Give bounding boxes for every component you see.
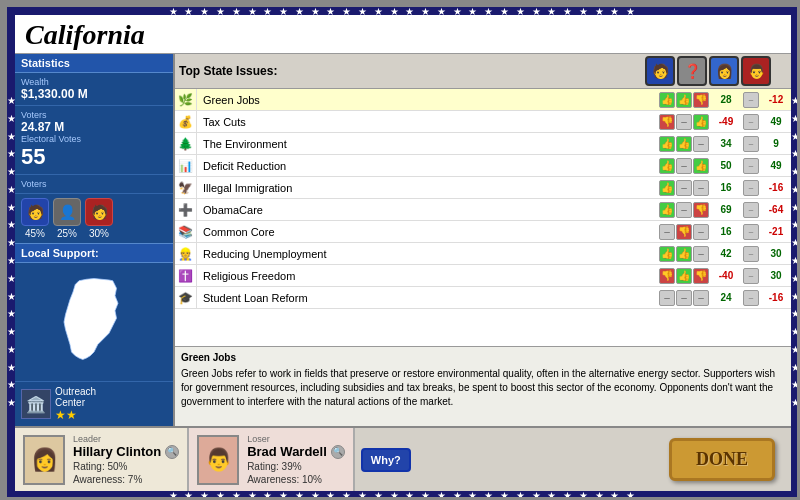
done-button[interactable]: DONE — [669, 438, 775, 481]
leader-search-btn[interactable]: 🔍 — [165, 445, 179, 459]
issue-score2: 49 — [761, 116, 791, 127]
thumb-small: – — [743, 158, 759, 174]
issue-row[interactable]: ➕ ObamaCare 👍 – 👎 69 – -64 — [175, 199, 791, 221]
issue-icon: ➕ — [175, 199, 197, 221]
issue-name: Deficit Reduction — [197, 160, 657, 172]
loser-info: Loser Brad Wardell 🔍 Rating: 39% Awarene… — [247, 434, 345, 485]
issue-name: ObamaCare — [197, 204, 657, 216]
thumb-small: – — [743, 290, 759, 306]
leader-awareness: Awareness: 7% — [73, 474, 179, 485]
issue-row[interactable]: 📚 Common Core – 👎 – 16 – -21 — [175, 221, 791, 243]
issue-row[interactable]: 🌲 The Environment 👍 👍 – 34 – 9 — [175, 133, 791, 155]
thumb-neutral-icon: – — [693, 246, 709, 262]
issue-icon: 🌿 — [175, 89, 197, 111]
voters-label-2: Voters — [15, 175, 173, 194]
leader-stats: Rating: 50% — [73, 461, 179, 472]
thumb-up-icon[interactable]: 👍 — [659, 180, 675, 196]
issue-score1: -40 — [711, 270, 741, 281]
voters-block: Voters 24.87 M Electoral Votes 55 — [15, 106, 173, 175]
wealth-block: Wealth $1,330.00 M — [15, 73, 173, 106]
thumb-up-icon[interactable]: 👍 — [659, 246, 675, 262]
thumb-neutral-icon: – — [659, 224, 675, 240]
thumb-up-icon[interactable]: 👍 — [676, 246, 692, 262]
loser-role-label: Loser — [247, 434, 345, 444]
voter-pct-gray: 25% — [57, 228, 77, 239]
thumb-up-icon[interactable]: 👍 — [659, 158, 675, 174]
leader-name: Hillary Clinton — [73, 444, 161, 459]
bottom-bar: 👩 Leader Hillary Clinton 🔍 Rating: 50% A… — [15, 426, 791, 491]
page-title: California — [25, 19, 781, 51]
thumb-up-icon[interactable]: 👍 — [676, 268, 692, 284]
thumb-up-icon[interactable]: 👍 — [659, 202, 675, 218]
issue-actions-c2: – — [741, 92, 761, 108]
issue-row[interactable]: 📊 Deficit Reduction 👍 – 👍 50 – 49 — [175, 155, 791, 177]
issue-name: Green Jobs — [197, 94, 657, 106]
issue-score2: 30 — [761, 270, 791, 281]
why-button[interactable]: Why? — [361, 448, 411, 472]
local-support-header: Local Support: — [15, 243, 173, 263]
thumb-up-icon[interactable]: 👍 — [676, 92, 692, 108]
thumb-down-icon[interactable]: 👎 — [659, 114, 675, 130]
voter-gray-block: 👤 25% — [53, 198, 81, 239]
thumb-down-icon[interactable]: 👎 — [693, 202, 709, 218]
voter-pct-blue: 45% — [25, 228, 45, 239]
cand-icon-brad: 👨 — [741, 56, 771, 86]
issue-name: Tax Cuts — [197, 116, 657, 128]
issue-row[interactable]: 👷 Reducing Unemployment 👍 👍 – 42 – 30 — [175, 243, 791, 265]
thumb-down-icon[interactable]: 👎 — [676, 224, 692, 240]
voter-icon-blue: 🧑 — [21, 198, 49, 226]
issue-actions-c1: 👎 👍 👎 — [657, 268, 711, 284]
body-area: Statistics Wealth $1,330.00 M Voters 24.… — [15, 54, 791, 426]
thumb-up-icon[interactable]: 👍 — [693, 114, 709, 130]
thumb-down-icon[interactable]: 👎 — [693, 92, 709, 108]
thumb-up-icon[interactable]: 👍 — [676, 136, 692, 152]
issue-icon: 🎓 — [175, 287, 197, 309]
cand-icon-hillary: 👩 — [709, 56, 739, 86]
issue-score1: 42 — [711, 248, 741, 259]
thumb-neutral-icon: – — [676, 202, 692, 218]
voters-label: Voters — [21, 110, 167, 120]
thumb-up-icon[interactable]: 👍 — [693, 158, 709, 174]
thumb-neutral-icon: – — [693, 136, 709, 152]
thumb-up-icon[interactable]: 👍 — [659, 92, 675, 108]
outreach-stars: ★★ — [55, 408, 96, 422]
issue-actions-c2: – — [741, 202, 761, 218]
thumb-small: – — [743, 224, 759, 240]
leader-role-label: Leader — [73, 434, 179, 444]
issue-actions-c1: 👍 👍 – — [657, 136, 711, 152]
thumb-down-icon[interactable]: 👎 — [693, 268, 709, 284]
star-border-top: ★ ★ ★ ★ ★ ★ ★ ★ ★ ★ ★ ★ ★ ★ ★ ★ ★ ★ ★ ★ … — [7, 7, 799, 15]
issue-actions-c1: 👍 – 👎 — [657, 202, 711, 218]
leader-rating-label: Rating: — [73, 461, 105, 472]
issue-actions-c1: – 👎 – — [657, 224, 711, 240]
thumb-up-icon[interactable]: 👍 — [659, 136, 675, 152]
loser-avatar: 👨 — [197, 435, 239, 485]
issues-table[interactable]: 🌿 Green Jobs 👍 👍 👎 28 – -12 💰 Tax Cuts 👎… — [175, 89, 791, 346]
leader-info: Leader Hillary Clinton 🔍 Rating: 50% Awa… — [73, 434, 179, 485]
issue-actions-c2: – — [741, 136, 761, 152]
issue-row[interactable]: 💰 Tax Cuts 👎 – 👍 -49 – 49 — [175, 111, 791, 133]
issues-header-row: Top State Issues: 🧑 ❓ 👩 👨 — [175, 54, 791, 89]
issue-score1: -49 — [711, 116, 741, 127]
loser-search-btn[interactable]: 🔍 — [331, 445, 345, 459]
issue-actions-c1: 👍 👍 – — [657, 246, 711, 262]
issue-score2: -16 — [761, 182, 791, 193]
issue-score2: -21 — [761, 226, 791, 237]
issue-name: Reducing Unemployment — [197, 248, 657, 260]
left-panel: Statistics Wealth $1,330.00 M Voters 24.… — [15, 54, 175, 426]
issue-row[interactable]: 🌿 Green Jobs 👍 👍 👎 28 – -12 — [175, 89, 791, 111]
thumb-down-icon[interactable]: 👎 — [659, 268, 675, 284]
issue-row[interactable]: ✝️ Religious Freedom 👎 👍 👎 -40 – 30 — [175, 265, 791, 287]
electoral-label: Electoral Votes — [21, 134, 167, 144]
thumb-small: – — [743, 136, 759, 152]
thumb-neutral-icon: – — [693, 224, 709, 240]
issue-icon: 📊 — [175, 155, 197, 177]
issue-row[interactable]: 🎓 Student Loan Reform – – – 24 – -16 — [175, 287, 791, 309]
leader-rating: 50% — [107, 461, 127, 472]
thumb-neutral-icon: – — [676, 114, 692, 130]
issue-row[interactable]: 🦅 Illegal Immigration 👍 – – 16 – -16 — [175, 177, 791, 199]
issue-icon: 🌲 — [175, 133, 197, 155]
cand-icon-question: ❓ — [677, 56, 707, 86]
description-box: Green Jobs Green Jobs refer to work in f… — [175, 346, 791, 426]
loser-awareness: Awareness: 10% — [247, 474, 345, 485]
